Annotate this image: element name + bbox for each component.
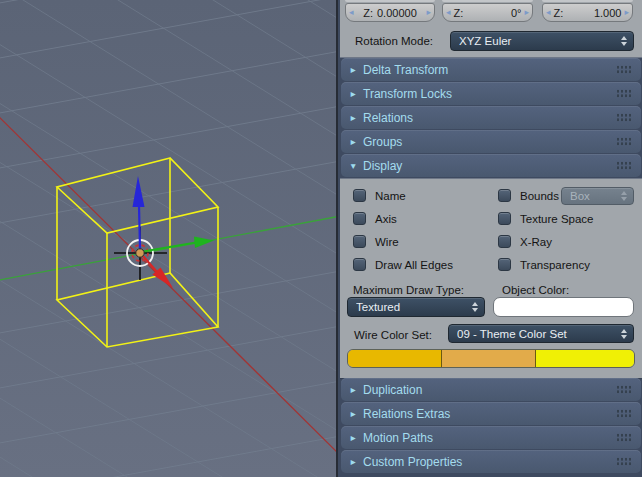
wire-color-set-dropdown[interactable]: 09 - Theme Color Set — [448, 324, 634, 343]
drag-handle-icon[interactable] — [616, 113, 631, 122]
wire-checkbox[interactable] — [353, 235, 366, 248]
panel-label: Motion Paths — [363, 431, 616, 445]
transform-section: ◂ Z: 0.00000 ▸ ◂ Z: 0° ▸ ◂ Z: 1.000 ▸ Ro… — [340, 0, 642, 58]
location-z-field[interactable]: ◂ Z: 0.00000 ▸ — [345, 3, 435, 22]
panel-label: Display — [363, 159, 616, 173]
drag-handle-icon[interactable] — [616, 65, 631, 74]
field-label: Z: — [554, 7, 564, 19]
rotation-mode-dropdown[interactable]: XYZ Euler — [450, 31, 634, 51]
expand-arrow-icon: ► — [349, 385, 363, 395]
panel-label: Relations — [363, 111, 616, 125]
drag-handle-icon[interactable] — [616, 457, 631, 466]
panel-header-motion-paths[interactable]: ► Motion Paths — [341, 426, 641, 449]
field-label: Z: — [363, 7, 373, 19]
dropdown-arrows-icon — [472, 302, 478, 312]
drag-handle-icon[interactable] — [616, 137, 631, 146]
panel-label: Delta Transform — [363, 63, 616, 77]
object-color-swatch[interactable] — [493, 297, 634, 317]
checkbox-row-transparency: Transparency — [498, 257, 590, 272]
color-set-swatch-3[interactable] — [536, 350, 634, 367]
panel-label: Transform Locks — [363, 87, 616, 101]
drag-handle-icon[interactable] — [616, 409, 631, 418]
expand-arrow-icon: ► — [349, 113, 363, 123]
wire-color-set-label: Wire Color Set: — [354, 329, 432, 341]
drag-handle-icon[interactable] — [616, 433, 631, 442]
increment-arrow-icon[interactable]: ▸ — [524, 8, 529, 17]
theme-color-set-preview — [347, 349, 635, 368]
object-color-label: Object Color: — [502, 284, 569, 296]
dropdown-value: 09 - Theme Color Set — [457, 328, 617, 340]
dropdown-value: XYZ Euler — [459, 35, 617, 47]
checkbox-label: Axis — [375, 213, 397, 225]
field-stub — [442, 0, 533, 2]
panel-label: Custom Properties — [363, 455, 616, 469]
expand-arrow-icon: ► — [349, 89, 363, 99]
increment-arrow-icon[interactable]: ▸ — [426, 8, 431, 17]
color-set-swatch-2[interactable] — [442, 350, 536, 367]
expand-arrow-icon: ► — [349, 65, 363, 75]
checkbox-row-x-ray: X-Ray — [498, 234, 552, 249]
field-stub — [345, 0, 435, 2]
panel-header-custom-properties[interactable]: ► Custom Properties — [341, 450, 641, 473]
3d-viewport[interactable] — [0, 0, 338, 477]
panel-header-relations-extras[interactable]: ► Relations Extras — [341, 402, 641, 425]
draw-all-edges-checkbox[interactable] — [353, 258, 366, 271]
panel-header-display[interactable]: ▼ Display — [341, 154, 641, 177]
panel-label: Duplication — [363, 383, 616, 397]
blender-window: { "app": "Blender - Object Properties", … — [0, 0, 642, 477]
bounds-type-dropdown[interactable]: Box — [561, 187, 634, 205]
drag-handle-icon[interactable] — [616, 385, 631, 394]
name-checkbox[interactable] — [353, 189, 366, 202]
max-draw-type-label: Maximum Draw Type: — [353, 284, 464, 296]
checkbox-row-wire: Wire — [353, 234, 399, 249]
checkbox-row-texture-space: Texture Space — [498, 211, 594, 226]
x-ray-checkbox[interactable] — [498, 235, 511, 248]
field-label: Z: — [454, 7, 464, 19]
transparency-checkbox[interactable] — [498, 258, 511, 271]
max-draw-type-dropdown[interactable]: Textured — [347, 297, 485, 317]
rotation-z-field[interactable]: ◂ Z: 0° ▸ — [442, 3, 533, 22]
panel-header-transform-locks[interactable]: ► Transform Locks — [341, 82, 641, 105]
axis-checkbox[interactable] — [353, 212, 366, 225]
checkbox-label: Wire — [375, 236, 399, 248]
dropdown-arrows-icon — [621, 36, 627, 46]
checkbox-label: X-Ray — [520, 236, 552, 248]
viewport-background — [0, 0, 338, 477]
increment-arrow-icon[interactable]: ▸ — [624, 8, 629, 17]
drag-handle-icon[interactable] — [616, 89, 631, 98]
checkbox-label: Texture Space — [520, 213, 594, 225]
field-value: 0.00000 — [377, 7, 417, 19]
display-panel-content: Name Axis Wire Draw All Edges Bounds Box… — [340, 178, 642, 379]
checkbox-label: Name — [375, 190, 406, 202]
scale-z-field[interactable]: ◂ Z: 1.000 ▸ — [542, 3, 633, 22]
dropdown-value: Textured — [356, 301, 468, 313]
dropdown-arrows-icon — [621, 329, 627, 339]
texture-space-checkbox[interactable] — [498, 212, 511, 225]
bounds-checkbox[interactable] — [498, 189, 511, 202]
checkbox-row-axis: Axis — [353, 211, 397, 226]
panel-label: Groups — [363, 135, 616, 149]
panel-header-groups[interactable]: ► Groups — [341, 130, 641, 153]
checkbox-row-name: Name — [353, 188, 406, 203]
checkbox-label: Draw All Edges — [375, 259, 453, 271]
expand-arrow-icon: ► — [349, 457, 363, 467]
checkbox-row-bounds: Bounds — [498, 188, 559, 203]
checkbox-row-draw-all-edges: Draw All Edges — [353, 257, 453, 272]
object-origin-dot[interactable] — [136, 249, 144, 257]
dropdown-arrows-icon — [621, 191, 627, 201]
checkbox-label: Bounds — [520, 190, 559, 202]
expand-arrow-icon: ► — [349, 137, 363, 147]
panel-header-duplication[interactable]: ► Duplication — [341, 378, 641, 401]
color-set-swatch-1[interactable] — [348, 350, 442, 367]
expand-arrow-icon: ► — [349, 433, 363, 443]
field-stub — [542, 0, 633, 2]
panel-header-relations[interactable]: ► Relations — [341, 106, 641, 129]
rotation-mode-label: Rotation Mode: — [355, 35, 433, 47]
drag-handle-icon[interactable] — [616, 161, 631, 170]
collapse-arrow-icon: ▼ — [349, 161, 363, 171]
properties-panel: ◂ Z: 0.00000 ▸ ◂ Z: 0° ▸ ◂ Z: 1.000 ▸ Ro… — [336, 0, 642, 477]
field-value: 0° — [511, 7, 522, 19]
panel-header-delta-transform[interactable]: ► Delta Transform — [341, 58, 641, 81]
field-value: 1.000 — [594, 7, 622, 19]
panel-label: Relations Extras — [363, 407, 616, 421]
